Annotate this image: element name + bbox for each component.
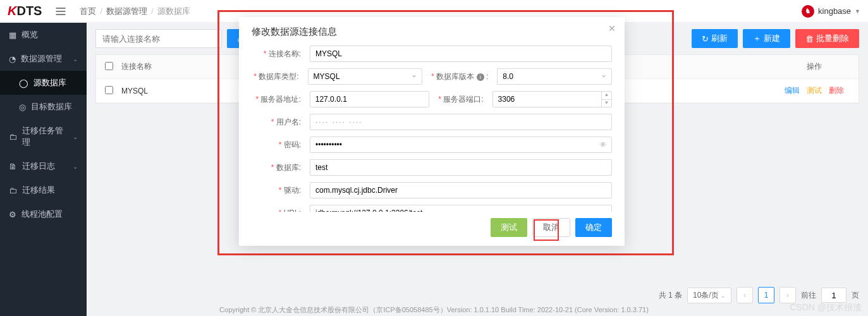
user-icon: ◯ <box>19 78 28 88</box>
sidebar-item-label: 迁移任务管理 <box>22 125 68 148</box>
footer-copyright: Copyright © 北京人大金仓信息技术股份有限公司（京ICP备050584… <box>0 305 868 315</box>
logo-k: K <box>8 4 16 18</box>
port-up[interactable]: ▲ <box>601 92 611 100</box>
label-database: 数据库: <box>252 162 301 173</box>
folder-icon: 🗀 <box>9 132 17 142</box>
chevron-down-icon: ⌄ <box>73 133 78 140</box>
sidebar-item-threadpool[interactable]: ⚙线程池配置 <box>0 202 87 226</box>
port-down[interactable]: ▼ <box>601 100 611 107</box>
breadcrumb: 首页 / 数据源管理 / 源数据库 <box>80 6 190 17</box>
batch-delete-button[interactable]: 🗑批量删除 <box>795 29 859 48</box>
db-type-select[interactable] <box>308 68 423 85</box>
page-size-select[interactable]: 10条/页 ⌄ <box>687 288 731 303</box>
refresh-button[interactable]: ↻刷新 <box>692 29 738 48</box>
goto-suffix: 页 <box>852 290 859 301</box>
target-icon: ◎ <box>19 102 26 112</box>
label-driver: 驱动: <box>252 185 301 196</box>
row-checkbox[interactable] <box>105 86 113 94</box>
label-conn-name: 连接名称: <box>252 49 301 59</box>
page-number[interactable]: 1 <box>758 287 774 303</box>
label-db-type: 数据库类型: <box>252 71 299 82</box>
button-label: 批量删除 <box>816 33 849 44</box>
plus-icon: ＋ <box>753 33 761 44</box>
next-page-button[interactable]: › <box>779 287 796 303</box>
goto-input[interactable] <box>821 288 847 303</box>
pagination: 共 1 条 10条/页 ⌄ ‹ 1 › 前往 页 <box>659 287 859 303</box>
eye-icon[interactable]: 👁 <box>599 140 607 149</box>
trash-icon: 🗑 <box>805 34 814 44</box>
chevron-down-icon: ⌄ <box>73 163 78 170</box>
url-input[interactable] <box>310 205 612 212</box>
folder-icon: 🗀 <box>9 186 17 195</box>
sidebar-item-datasource[interactable]: ◔数据源管理⌄ <box>0 47 87 71</box>
button-label: 新建 <box>764 33 780 44</box>
logo-text: DTS <box>16 4 42 18</box>
app-logo: KDTS <box>8 4 42 18</box>
sidebar-item-label: 线程池配置 <box>21 209 63 220</box>
prev-page-button[interactable]: ‹ <box>737 287 753 303</box>
sidebar-item-label: 迁移日志 <box>22 161 55 172</box>
label-username: 用户名: <box>252 117 301 128</box>
modal-title: 修改数据源连接信息 <box>239 17 625 43</box>
close-icon[interactable]: ✕ <box>608 23 616 33</box>
label-server-port: 服务器端口: <box>438 94 483 105</box>
gauge-icon: ◔ <box>9 54 16 64</box>
sidebar-item-label: 数据源管理 <box>21 53 62 64</box>
search-input[interactable] <box>95 29 222 48</box>
sidebar: ▦概览 ◔数据源管理⌄ ◯源数据库 ◎目标数据库 🗀迁移任务管理⌄ 🗎迁移日志⌄… <box>0 23 87 316</box>
password-input[interactable] <box>310 137 612 153</box>
username: kingbase <box>818 6 851 16</box>
username-input[interactable] <box>310 114 612 130</box>
conn-name-input[interactable] <box>310 46 612 62</box>
sidebar-item-target-db[interactable]: ◎目标数据库 <box>0 95 87 119</box>
sidebar-item-source-db[interactable]: ◯源数据库 <box>0 71 87 95</box>
select-all-checkbox[interactable] <box>105 62 113 70</box>
label-db-version: 数据库版本 i : <box>431 71 488 82</box>
hamburger-icon[interactable] <box>54 5 67 18</box>
server-port-input[interactable] <box>492 91 612 107</box>
sidebar-item-label: 目标数据库 <box>31 101 72 112</box>
chevron-down-icon: ▼ <box>855 8 860 15</box>
delete-link[interactable]: 删除 <box>829 86 844 95</box>
chevron-down-icon: ⌄ <box>721 293 726 299</box>
goto-label: 前往 <box>801 290 816 301</box>
sidebar-item-migrate-log[interactable]: 🗎迁移日志⌄ <box>0 154 87 178</box>
driver-input[interactable] <box>310 182 612 198</box>
breadcrumb-1[interactable]: 数据源管理 <box>106 6 147 17</box>
user-menu[interactable]: ♞ kingbase ▼ <box>802 5 860 18</box>
new-button[interactable]: ＋新建 <box>743 29 790 48</box>
server-addr-input[interactable] <box>310 91 429 107</box>
edit-datasource-modal: 修改数据源连接信息 ✕ 连接名称: 数据库类型: 数据库版本 i : 服务器地址… <box>239 17 625 246</box>
info-icon[interactable]: i <box>477 73 484 81</box>
watermark: CSDN @技术很渣 <box>790 302 862 313</box>
edit-link[interactable]: 编辑 <box>785 86 800 95</box>
chevron-down-icon: ⌄ <box>73 56 78 63</box>
refresh-icon: ↻ <box>702 34 709 44</box>
label-password: 密码: <box>252 140 301 150</box>
sidebar-item-migrate-task[interactable]: 🗀迁移任务管理⌄ <box>0 119 87 154</box>
sidebar-item-label: 概览 <box>21 29 38 40</box>
sidebar-item-label: 源数据库 <box>34 77 66 88</box>
database-input[interactable] <box>310 159 612 176</box>
grid-icon: ▦ <box>9 30 16 40</box>
db-version-select[interactable] <box>497 68 612 85</box>
button-label: 刷新 <box>711 33 728 44</box>
test-link[interactable]: 测试 <box>807 86 822 95</box>
breadcrumb-2: 源数据库 <box>157 6 190 17</box>
total-text: 共 1 条 <box>659 290 682 301</box>
label-server-addr: 服务器地址: <box>252 94 301 105</box>
cancel-button[interactable]: 取消 <box>532 218 570 237</box>
avatar: ♞ <box>802 5 814 18</box>
sidebar-item-migrate-result[interactable]: 🗀迁移结果 <box>0 178 87 202</box>
test-button[interactable]: 测试 <box>491 218 527 237</box>
sidebar-item-label: 迁移结果 <box>22 185 55 196</box>
sidebar-item-overview[interactable]: ▦概览 <box>0 23 87 47</box>
breadcrumb-home[interactable]: 首页 <box>80 6 96 17</box>
gear-icon: ⚙ <box>9 210 16 219</box>
ok-button[interactable]: 确定 <box>575 218 612 237</box>
file-icon: 🗎 <box>9 162 17 171</box>
col-header: 操作 <box>770 61 859 72</box>
